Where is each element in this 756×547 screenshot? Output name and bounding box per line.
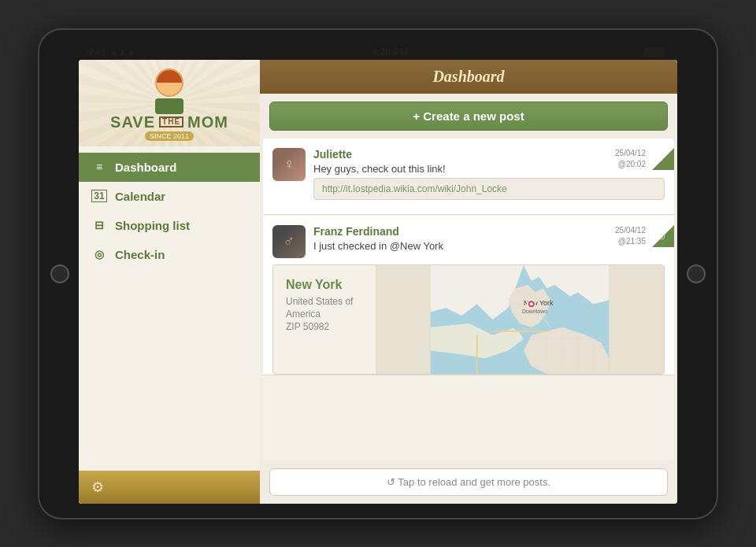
logo-save: SAVE: [110, 114, 155, 130]
map-info: New York United States of America ZIP 50…: [273, 265, 376, 374]
post-item-franz: Franz Ferdinand I just checked in @New Y…: [263, 216, 674, 375]
logo-mom: MOM: [187, 114, 228, 130]
wifi-icon: ▲▲▲: [109, 47, 135, 57]
time-display: 4:20 PM: [372, 46, 407, 57]
posts-list: Juliette Hey guys, check out this link! …: [263, 139, 674, 460]
avatar-franz: [272, 225, 306, 258]
sidebar-item-calendar-label: Calendar: [115, 190, 165, 203]
post-item-juliette: Juliette Hey guys, check out this link! …: [263, 139, 674, 215]
logo-character: [150, 68, 188, 114]
create-post-button[interactable]: + Create a new post: [269, 102, 668, 131]
map-zip: ZIP 50982: [286, 321, 363, 332]
ipad-frame: iPad ▲▲▲ 4:20 PM ▓▓▓▏: [39, 30, 717, 518]
char-head: [155, 68, 183, 97]
post-link-juliette[interactable]: http://it.lostpedia.wikia.com/wiki/John_…: [313, 178, 665, 200]
sidebar-item-checkin-label: Check-in: [115, 248, 165, 261]
device-label: iPad: [87, 47, 105, 57]
svg-text:Downtown: Downtown: [522, 309, 547, 314]
post-info-juliette: Juliette Hey guys, check out this link! …: [313, 148, 665, 200]
post-text-franz: I just checked in @New York: [313, 240, 665, 252]
map-city: New York: [286, 278, 363, 292]
map-svg: New York Downtown: [376, 265, 664, 374]
char-hair: [157, 70, 182, 83]
map-card: New York United States of America ZIP 50…: [272, 264, 665, 375]
post-header-franz: Franz Ferdinand I just checked in @New Y…: [272, 225, 665, 258]
main-title: Dashboard: [432, 68, 504, 85]
shopping-icon: ⊟: [91, 219, 107, 231]
author-franz: Franz Ferdinand: [313, 225, 665, 238]
sidebar-item-dashboard-label: Dashboard: [115, 161, 176, 174]
svg-point-23: [530, 302, 533, 305]
map-visual: New York Downtown: [376, 265, 664, 374]
sidebar-item-shopping-label: Shopping list: [115, 219, 190, 232]
location-badge-icon: ◎: [658, 231, 665, 240]
logo-text: SAVE THE MOM SINCE 2011: [110, 68, 228, 141]
logo-since: SINCE 2011: [145, 131, 194, 141]
map-country: United States of America: [286, 295, 363, 322]
author-juliette: Juliette: [313, 148, 665, 161]
sidebar-nav: ≡ Dashboard 31 Calendar ⊟ Shopping list …: [79, 146, 260, 471]
post-type-badge-juliette: ≡: [652, 148, 674, 170]
sidebar-item-shopping[interactable]: ⊟ Shopping list: [79, 211, 260, 240]
home-button-right: [687, 264, 706, 283]
sidebar-item-dashboard[interactable]: ≡ Dashboard: [79, 153, 260, 182]
status-bar: iPad ▲▲▲ 4:20 PM ▓▓▓▏: [79, 44, 677, 60]
battery-icon: ▓▓▓▏: [644, 46, 669, 57]
main-content: Dashboard + Create a new post Juliette H…: [260, 60, 677, 504]
sidebar: SAVE THE MOM SINCE 2011 ≡ Dashboard: [79, 60, 260, 504]
dashboard-icon: ≡: [91, 161, 107, 173]
post-type-badge-franz: ◎: [652, 225, 674, 247]
checkin-icon: ◎: [91, 248, 107, 261]
post-meta-juliette: 25/04/12 @20:02: [615, 148, 646, 170]
logo-brand: SAVE THE MOM: [110, 114, 228, 130]
link-badge-icon: ≡: [658, 154, 663, 163]
post-meta-franz: 25/04/12 @21:35: [615, 225, 646, 247]
settings-icon[interactable]: ⚙: [91, 479, 104, 496]
sidebar-item-checkin[interactable]: ◎ Check-in: [79, 240, 260, 269]
app-layout: SAVE THE MOM SINCE 2011 ≡ Dashboard: [79, 60, 677, 504]
avatar-juliette: [272, 148, 306, 181]
post-header-juliette: Juliette Hey guys, check out this link! …: [272, 148, 665, 200]
reload-button[interactable]: ↺ Tap to reload and get more posts.: [269, 468, 668, 496]
sidebar-footer: ⚙: [79, 471, 260, 504]
logo-the: THE: [159, 116, 183, 128]
screen: SAVE THE MOM SINCE 2011 ≡ Dashboard: [79, 60, 677, 504]
calendar-icon: 31: [91, 190, 107, 202]
post-info-franz: Franz Ferdinand I just checked in @New Y…: [313, 225, 665, 252]
sidebar-logo: SAVE THE MOM SINCE 2011: [79, 60, 260, 146]
post-text-juliette: Hey guys, check out this link!: [313, 163, 665, 175]
sidebar-item-calendar[interactable]: 31 Calendar: [79, 182, 260, 211]
home-button-left: [50, 264, 69, 283]
char-body: [155, 98, 183, 114]
main-header: Dashboard: [260, 60, 677, 94]
